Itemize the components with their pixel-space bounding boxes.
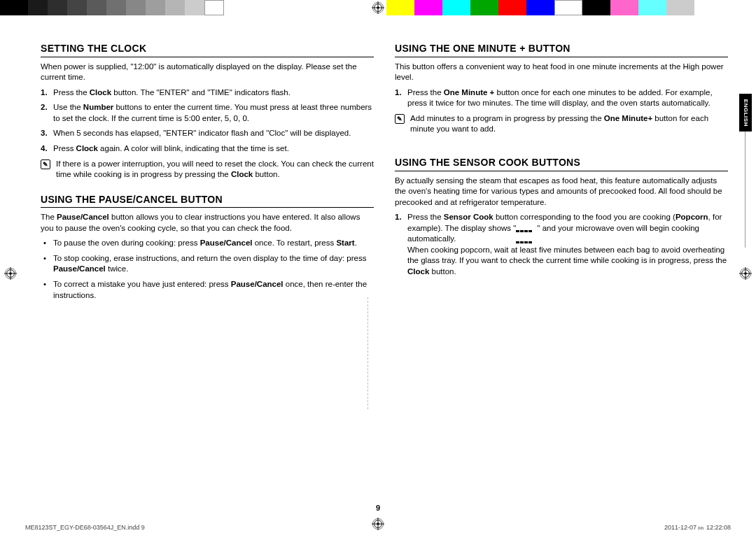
pause-bullet-3: To correct a mistake you have just enter… <box>41 279 374 301</box>
one-minute-intro: This button offers a convenient way to h… <box>395 62 728 83</box>
footer-timestamp: 2011-12-07 ㏘ 12:22:08 <box>664 523 731 532</box>
sensor-intro: By actually sensing the steam that escap… <box>395 176 728 208</box>
clock-note: ✎ If there is a power interruption, you … <box>41 159 374 180</box>
pause-bullet-2: To stop cooking, erase instructions, and… <box>41 253 374 275</box>
registration-mark-top <box>372 1 384 14</box>
display-segment-icon <box>516 225 537 232</box>
svg-point-4 <box>377 6 379 9</box>
print-footer: ME8123ST_EGY-DE68-03564J_EN.indd 9 2011-… <box>25 523 731 532</box>
sensor-steps: 1. Press the Sensor Cook button correspo… <box>395 212 728 277</box>
registration-mark-left <box>4 267 17 280</box>
clock-steps-list: 1.Press the Clock button. The "ENTER" an… <box>41 87 374 155</box>
pause-bullet-1: To pause the oven during cooking: press … <box>41 238 374 249</box>
clock-intro: When power is supplied, "12:00" is autom… <box>41 62 374 83</box>
clock-step-1: 1.Press the Clock button. The "ENTER" an… <box>41 87 374 99</box>
note-icon: ✎ <box>395 114 405 124</box>
page-number: 9 <box>0 503 756 513</box>
language-label: ENGLISH <box>742 99 750 126</box>
one-minute-step-1: 1.Press the One Minute + button once for… <box>395 87 728 109</box>
right-column: Using the one minute + button This butto… <box>395 42 728 305</box>
pause-bullets: To pause the oven during cooking: press … <box>41 238 374 301</box>
left-column: Setting the clock When power is supplied… <box>41 42 374 305</box>
heading-one-minute: Using the one minute + button <box>395 42 728 57</box>
language-side-tab: ENGLISH <box>739 94 752 248</box>
one-minute-note: ✎ Add minutes to a program in progress b… <box>395 113 728 135</box>
clock-step-4: 4.Press Clock again. A color will blink,… <box>41 143 374 155</box>
column-divider <box>368 297 368 409</box>
svg-point-14 <box>744 272 747 275</box>
registration-mark-right <box>739 267 752 280</box>
pause-intro: The Pause/Cancel button allows you to cl… <box>41 212 374 234</box>
sensor-step-1: 1. Press the Sensor Cook button correspo… <box>395 212 728 277</box>
clock-step-2: 2.Use the Number buttons to enter the cu… <box>41 102 374 124</box>
heading-setting-clock: Setting the clock <box>41 42 374 57</box>
heading-pause-cancel: Using the pause/cancel button <box>41 193 374 208</box>
note-icon: ✎ <box>41 159 50 169</box>
heading-sensor-cook: Using the sensor cook buttons <box>395 156 728 171</box>
one-minute-steps: 1.Press the One Minute + button once for… <box>395 87 728 109</box>
footer-file-name: ME8123ST_EGY-DE68-03564J_EN.indd 9 <box>25 523 145 532</box>
clock-step-3: 3.When 5 seconds has elapsed, "ENTER" in… <box>41 128 374 139</box>
page-content: Setting the clock When power is supplied… <box>41 42 728 305</box>
svg-point-9 <box>9 272 12 275</box>
